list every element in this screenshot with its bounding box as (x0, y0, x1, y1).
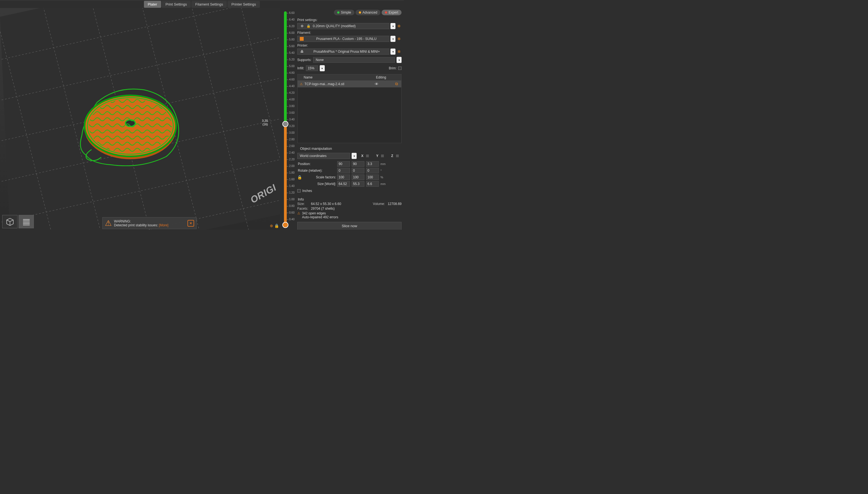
slider-tick: – 3.80 (287, 104, 294, 108)
supports-label: Supports: (297, 58, 311, 62)
object-list: Name Editing ⚠ TCP-logo-mai...mag-2.4.st… (297, 74, 402, 143)
size-y-input[interactable] (352, 181, 364, 187)
scale-unit: % (381, 175, 388, 179)
rotate-x-input[interactable] (337, 168, 350, 173)
slider-tick: – 5.20 (287, 58, 294, 61)
filament-color-swatch[interactable] (300, 37, 304, 41)
slider-tick: – 4.80 (287, 71, 294, 74)
info-title: Info (298, 197, 402, 202)
slider-tick: – 5.40 (287, 51, 294, 54)
print-settings-combo[interactable]: ⚙ 🔒 0.20mm QUALITY (modified) (297, 23, 389, 29)
cube-icon (5, 217, 15, 226)
warning-text: Detected print stability issues: (114, 223, 158, 227)
scale-z-input[interactable] (366, 174, 379, 180)
slider-layer-label: (16) (262, 122, 268, 126)
infill-input[interactable] (306, 65, 318, 71)
axis-y-label: Y (376, 154, 380, 158)
position-z-input[interactable] (366, 161, 379, 167)
info-volume-label: Volume: (373, 202, 385, 206)
editing-icon[interactable]: ⧉ (394, 81, 399, 86)
slider-tick: – 2.60 (287, 145, 294, 148)
slider-tick: – 0.60 (287, 211, 294, 214)
object-list-col-editing: Editing (363, 75, 399, 79)
brim-checkbox[interactable] (398, 66, 402, 70)
slider-tick: – 4.20 (287, 91, 294, 94)
position-y-input[interactable] (352, 161, 364, 167)
sidebar: Simple Advanced Expert Print settings: ⚙… (295, 8, 404, 230)
filament-label: Filament: (297, 31, 402, 35)
slider-tick: – 3.60 (287, 111, 294, 114)
axis-x-label: X (361, 154, 365, 158)
mode-advanced[interactable]: Advanced (355, 10, 381, 15)
scale-lock-icon[interactable]: 🔒 (297, 175, 302, 179)
warning-bar: ⚠ WARNING: Detected print stability issu… (102, 217, 197, 229)
rotate-label: Rotate (relative): (297, 169, 336, 172)
add-color-change-icon[interactable]: ⊕ (270, 224, 273, 228)
printer-combo[interactable]: 🖶 PrusaMiniPlus * Original Prusa MINI & … (297, 49, 389, 55)
supports-dropdown[interactable]: ▾ (397, 57, 402, 63)
print-settings-label: Print settings: (297, 18, 402, 22)
slider-tick: – 1.40 (287, 185, 294, 188)
slider-tick: – 3.40 (287, 118, 294, 121)
slider-tick: – 4.60 (287, 78, 294, 81)
size-unit: mm (381, 182, 388, 186)
object-name: TCP-logo-mai...mag-2.4.stl (305, 82, 372, 86)
lock-slider-icon[interactable]: 🔒 (274, 224, 279, 228)
warning-more-link[interactable]: [More] (159, 223, 168, 227)
rotate-z-input[interactable] (366, 168, 379, 173)
visibility-toggle-icon[interactable]: 👁 (373, 82, 380, 86)
slider-tick: – 6.20 (287, 25, 294, 28)
slider-tick: – 3.20 (287, 125, 294, 128)
tab-print-settings[interactable]: Print Settings (162, 1, 191, 8)
size-x-input[interactable] (337, 181, 350, 187)
infill-label: Infill: (297, 66, 304, 70)
warning-close-button[interactable]: ✕ (188, 220, 194, 227)
mode-simple[interactable]: Simple (334, 10, 354, 15)
slider-tick: – 4.40 (287, 84, 294, 88)
viewport-3d[interactable]: ORIGI 3.20 (16) ⚠ WARNING: Detected prin… (0, 8, 280, 230)
printer-dropdown[interactable]: ▾ (390, 49, 396, 55)
print-settings-edit[interactable]: ✲ (397, 23, 402, 29)
axis-z-label: Z (391, 154, 395, 158)
warning-icon: ⚠ (300, 82, 303, 86)
scale-y-input[interactable] (352, 174, 364, 180)
tab-filament-settings[interactable]: Filament Settings (191, 1, 227, 8)
slider-tick: – 1.00 (287, 198, 294, 201)
position-label: Position: (297, 162, 336, 166)
scale-label: Scale factors: (304, 175, 336, 179)
brim-label: Brim: (389, 66, 397, 70)
mode-expert[interactable]: Expert (382, 10, 402, 15)
printer-icon: 🖶 (300, 50, 304, 54)
view-mode-layers-button[interactable] (19, 215, 34, 228)
object-list-item[interactable]: ⚠ TCP-logo-mai...mag-2.4.stl 👁 ⧉ (297, 80, 401, 88)
layer-slider[interactable]: – 6.60– 6.40– 6.20– 6.00– 5.80– 5.60– 5.… (280, 8, 295, 230)
supports-combo[interactable]: None (313, 57, 395, 63)
printer-edit[interactable]: ✲ (397, 49, 402, 55)
size-z-input[interactable] (366, 181, 379, 187)
info-facets-label: Facets: (297, 207, 308, 210)
info-size-value: 64.52 x 55.30 x 6.60 (311, 202, 370, 206)
model-preview (75, 86, 183, 166)
view-mode-3d-button[interactable] (2, 215, 18, 228)
coord-mode-combo[interactable]: World coordinates (297, 153, 350, 159)
slice-now-button[interactable]: Slice now (297, 222, 402, 230)
infill-dropdown[interactable]: ▾ (320, 65, 325, 71)
tab-plater[interactable]: Plater (144, 1, 161, 8)
slider-tick: – 1.60 (287, 178, 294, 181)
rotate-unit: ° (381, 169, 388, 172)
lock-icon: 🔒 (306, 24, 311, 28)
slider-tick: – 2.40 (287, 151, 294, 154)
filament-edit[interactable]: ✲ (397, 36, 402, 42)
position-x-input[interactable] (337, 161, 350, 167)
print-settings-dropdown[interactable]: ▾ (390, 23, 396, 29)
rotate-y-input[interactable] (352, 168, 364, 173)
filament-combo[interactable]: Prusament PLA - Custom - 195 - SUNLU (297, 36, 389, 42)
warning-title: WARNING: (114, 220, 168, 223)
coord-mode-dropdown[interactable]: ▾ (352, 153, 356, 159)
inches-label: Inches (302, 189, 312, 193)
filament-dropdown[interactable]: ▾ (390, 36, 396, 42)
tab-printer-settings[interactable]: Printer Settings (227, 1, 260, 8)
scale-x-input[interactable] (337, 174, 350, 180)
slider-tick: – 5.00 (287, 64, 294, 68)
inches-checkbox[interactable] (297, 189, 301, 192)
